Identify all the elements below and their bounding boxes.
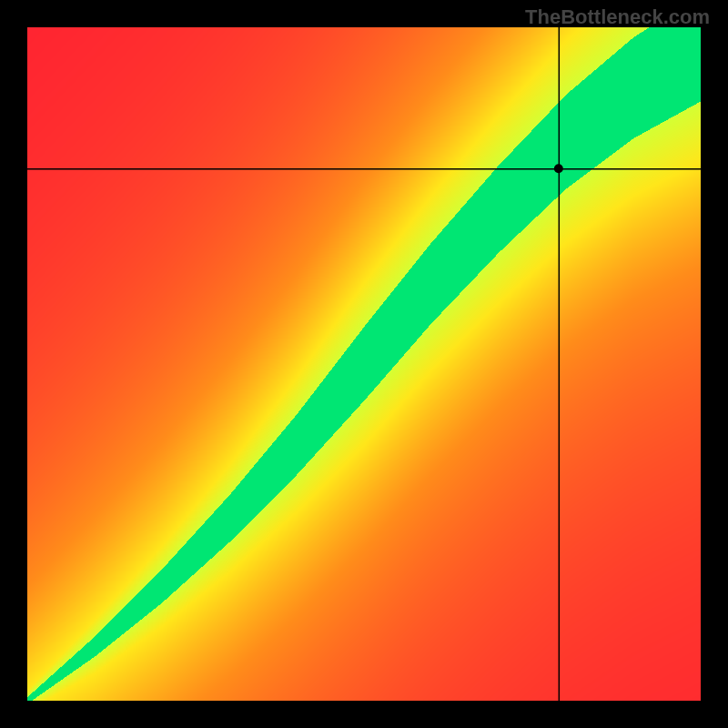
heatmap-plot: [27, 27, 701, 701]
heatmap-canvas: [27, 27, 701, 701]
watermark-text: TheBottleneck.com: [525, 5, 710, 29]
